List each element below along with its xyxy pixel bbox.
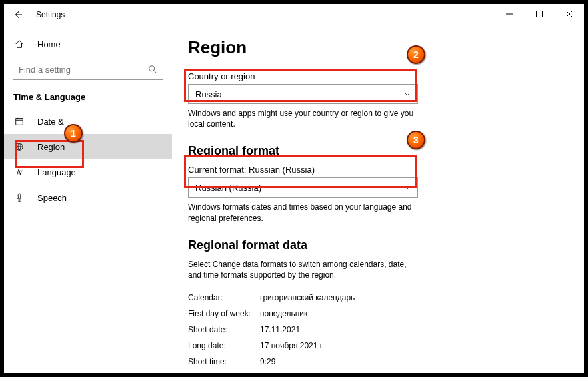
sidebar-section-title: Time & Language <box>4 92 172 109</box>
format-data-table: Calendar:григорианский календарь First d… <box>188 290 418 373</box>
country-label: Country or region <box>188 71 418 81</box>
sidebar-home-label: Home <box>37 39 61 49</box>
country-help: Windows and apps might use your country … <box>188 108 418 129</box>
sidebar-item-language[interactable]: Language <box>4 159 172 185</box>
table-row: Short date:17.11.2021 <box>188 322 418 338</box>
format-dropdown[interactable]: Russian (Russia) <box>188 177 418 198</box>
svg-rect-0 <box>536 11 542 17</box>
sidebar-home[interactable]: Home <box>4 32 172 56</box>
sidebar: Home Time & Language Date & Region Langu… <box>4 4 172 373</box>
page-title: Region <box>188 37 418 58</box>
content-area: Region Country or region Russia Windows … <box>172 4 584 373</box>
minimize-button[interactable] <box>494 4 524 24</box>
search-container <box>13 60 163 80</box>
back-button[interactable] <box>4 4 32 25</box>
maximize-button[interactable] <box>524 4 554 24</box>
back-arrow-icon <box>13 10 23 19</box>
minimize-icon <box>506 11 513 17</box>
search-icon <box>148 65 157 74</box>
language-icon <box>13 167 25 177</box>
svg-rect-4 <box>18 194 21 198</box>
format-data-intro: Select Change data formats to switch amo… <box>188 259 418 280</box>
country-value: Russia <box>195 89 222 99</box>
home-icon <box>13 39 25 49</box>
svg-rect-2 <box>16 119 23 125</box>
format-value: Russian (Russia) <box>195 183 261 193</box>
search-input[interactable] <box>13 60 163 80</box>
table-row: First day of week:понедельник <box>188 306 418 322</box>
table-row: Long time:9:29:21 <box>188 370 418 373</box>
regional-format-heading: Regional format <box>188 144 418 158</box>
sidebar-item-date[interactable]: Date & <box>4 109 172 134</box>
sidebar-item-speech[interactable]: Speech <box>4 185 172 210</box>
sidebar-item-label: Date & <box>37 117 64 127</box>
close-icon <box>566 11 573 17</box>
maximize-icon <box>536 11 543 17</box>
titlebar: Settings <box>4 4 584 25</box>
table-row: Calendar:григорианский календарь <box>188 290 418 306</box>
svg-point-1 <box>149 66 155 71</box>
globe-icon <box>13 142 25 151</box>
chevron-down-icon <box>404 91 411 97</box>
current-format-label: Current format: Russian (Russia) <box>188 165 418 175</box>
sidebar-item-label: Language <box>37 167 76 177</box>
chevron-down-icon <box>404 184 411 191</box>
sidebar-item-label: Region <box>37 142 65 152</box>
sidebar-item-region[interactable]: Region <box>4 134 172 159</box>
sidebar-item-label: Speech <box>37 193 67 203</box>
close-button[interactable] <box>554 4 584 24</box>
calendar-icon <box>13 117 25 126</box>
microphone-icon <box>13 193 25 202</box>
table-row: Short time:9:29 <box>188 354 418 370</box>
country-dropdown[interactable]: Russia <box>188 84 418 104</box>
window-title: Settings <box>36 10 65 19</box>
table-row: Long date:17 ноября 2021 г. <box>188 338 418 354</box>
format-data-heading: Regional format data <box>188 238 418 252</box>
format-help: Windows formats dates and times based on… <box>188 202 418 223</box>
